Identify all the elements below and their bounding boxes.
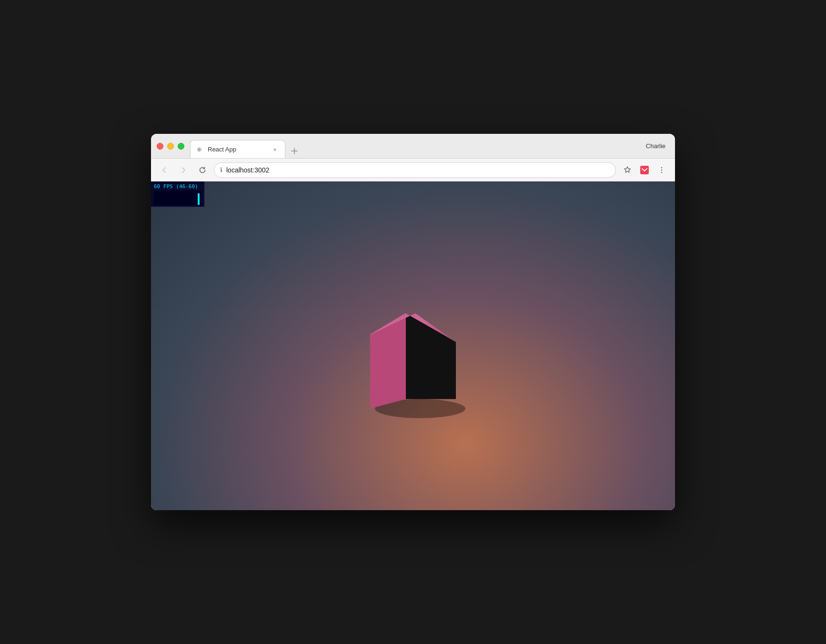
viewport: 60 FPS (46-60): [151, 181, 675, 510]
pocket-button[interactable]: [637, 162, 652, 178]
fps-graph: [154, 191, 201, 205]
back-button[interactable]: [157, 162, 172, 178]
svg-point-1: [661, 169, 662, 170]
maximize-window-button[interactable]: [178, 143, 184, 150]
3d-scene: [332, 268, 494, 430]
tab-favicon: ⚛: [196, 146, 204, 153]
fps-bar: [198, 193, 200, 205]
cube-front-face: [370, 313, 406, 409]
fps-counter: 60 FPS (46-60): [151, 181, 204, 207]
browser-window: ⚛ React App × Charlie: [151, 134, 675, 510]
tab-bar: ⚛ React App ×: [190, 134, 646, 158]
forward-button[interactable]: [176, 162, 191, 178]
traffic-lights: [157, 143, 184, 150]
title-bar: ⚛ React App × Charlie: [151, 134, 675, 159]
bookmark-button[interactable]: [620, 162, 635, 178]
address-bar[interactable]: ℹ localhost:3002: [214, 162, 616, 178]
close-window-button[interactable]: [157, 143, 163, 150]
tab-close-button[interactable]: ×: [271, 145, 279, 154]
active-tab[interactable]: ⚛ React App ×: [190, 140, 285, 158]
svg-point-0: [661, 167, 662, 168]
menu-button[interactable]: [654, 162, 669, 178]
reload-button[interactable]: [195, 162, 210, 178]
tab-title: React App: [208, 146, 267, 153]
svg-point-2: [661, 171, 662, 172]
toolbar: ℹ localhost:3002: [151, 159, 675, 181]
user-name: Charlie: [646, 142, 669, 150]
cube-svg: [332, 268, 494, 430]
info-icon: ℹ: [220, 166, 222, 173]
fps-text: 60 FPS (46-60): [154, 183, 201, 190]
minimize-window-button[interactable]: [167, 143, 174, 150]
toolbar-actions: [620, 162, 669, 178]
new-tab-button[interactable]: [287, 144, 302, 158]
url-text: localhost:3002: [226, 166, 610, 174]
